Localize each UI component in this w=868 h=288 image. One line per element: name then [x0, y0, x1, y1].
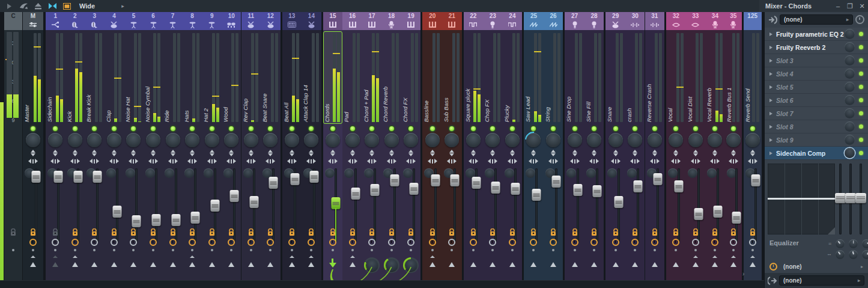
track-header[interactable]: 12 [261, 12, 281, 30]
keylock-icon[interactable] [750, 228, 756, 236]
mixer-track-22[interactable]: 22 Square pluck [464, 12, 484, 280]
pan-knob[interactable] [505, 133, 520, 147]
fader-handle[interactable] [112, 206, 121, 218]
maximize-button[interactable]: ❐ [844, 2, 856, 10]
keylock-icon[interactable] [572, 228, 578, 236]
pan-knob[interactable] [745, 133, 760, 147]
pan-control[interactable] [387, 159, 396, 164]
slot-expand-arrow[interactable] [769, 72, 772, 76]
peak-meter[interactable]: Bassline [423, 32, 442, 123]
fader-handle[interactable] [511, 183, 520, 195]
pan-control[interactable] [266, 159, 275, 164]
mixer-track-30[interactable]: 30 crash [625, 12, 645, 280]
mixer-track-15[interactable]: 15 Chords [323, 12, 343, 280]
stereo-separation-control[interactable] [633, 150, 637, 156]
input-gain-knob[interactable] [165, 168, 174, 178]
clock-icon[interactable] [550, 239, 557, 246]
mixer-track-2[interactable]: 2 Kick [65, 12, 85, 280]
mute-led[interactable] [592, 126, 596, 131]
mixer-track-19[interactable]: 19 Chord FX [401, 12, 421, 280]
clock-icon[interactable] [368, 239, 375, 246]
fader-handle[interactable] [472, 177, 481, 189]
keylock-icon[interactable] [330, 228, 336, 236]
pan-control[interactable] [630, 159, 640, 164]
plugin-slot-2[interactable]: Fruity Reeverb 2 [765, 41, 868, 54]
pan-control[interactable] [109, 159, 119, 164]
eq-knob-freq-3[interactable] [862, 250, 868, 259]
fader-handle[interactable] [290, 173, 299, 185]
fader-handle[interactable] [32, 171, 41, 183]
track-header[interactable]: 29 [605, 12, 625, 30]
track-header[interactable]: 25 [524, 12, 544, 30]
stereo-separation-control[interactable] [309, 150, 314, 156]
slot-mix-knob[interactable] [845, 121, 855, 132]
route-small-arrow[interactable] [350, 256, 355, 258]
mixer-track-14[interactable]: 14 Attack Clap 14 [302, 12, 321, 280]
track-header[interactable]: 15 [323, 12, 343, 30]
peak-meter[interactable]: Chord + Pad [363, 32, 381, 123]
fader-handle[interactable] [732, 212, 741, 224]
swoosh-icon[interactable] [19, 2, 28, 10]
eq-band-slider-mid[interactable] [848, 164, 853, 234]
peak-meter[interactable]: Plucky [503, 32, 522, 123]
slot-enable-led[interactable] [859, 124, 863, 129]
plugin-slot-9[interactable]: Slot 9 [765, 133, 868, 147]
mixer-track-6[interactable]: 6 Noise Cymbal [144, 12, 163, 280]
eq-resize-corner[interactable] [828, 227, 835, 234]
fader-handle[interactable] [410, 183, 419, 195]
keylock-icon[interactable] [72, 228, 78, 236]
stereo-separation-control[interactable] [290, 150, 294, 156]
peak-meter[interactable]: Noise Hat [124, 32, 143, 123]
pan-control[interactable] [748, 159, 757, 164]
slot-expand-arrow[interactable] [769, 85, 772, 89]
stereo-separation-control[interactable] [531, 150, 536, 156]
route-to-track-arrow[interactable] [189, 262, 195, 267]
plugin-slot-6[interactable]: Slot 6 [765, 94, 868, 107]
pan-control[interactable] [691, 159, 700, 164]
mixer-track-7[interactable]: 7 Ride [163, 12, 183, 280]
fader-handle[interactable] [269, 177, 278, 189]
clock-icon[interactable] [749, 239, 756, 246]
clock-icon[interactable] [130, 239, 137, 246]
scroll-right-arrow[interactable]: › [742, 271, 744, 277]
peak-meter[interactable]: Sidechain [46, 32, 65, 123]
route-to-track-arrow[interactable] [52, 262, 58, 267]
mixer-track-25[interactable]: 25 Saw Lead [524, 12, 544, 280]
track-header[interactable]: 33 [686, 12, 706, 30]
clock-icon[interactable] [91, 239, 98, 246]
track-header[interactable]: 125 [744, 12, 762, 30]
peak-meter[interactable]: Sine Fill [585, 32, 604, 123]
keylock-icon[interactable] [289, 228, 295, 236]
stereo-separation-control[interactable] [572, 150, 577, 156]
track-header[interactable]: 2 [65, 12, 85, 30]
input-gain-knob[interactable] [403, 168, 413, 178]
peak-meter[interactable]: crash [626, 32, 645, 123]
peak-meter[interactable]: Square pluck [464, 32, 483, 123]
mixer-track-8[interactable]: 8 Hats [183, 12, 202, 280]
track-header[interactable]: 23 [483, 12, 503, 30]
mute-led[interactable] [31, 126, 35, 131]
fader-handle[interactable] [73, 171, 82, 183]
fader-handle[interactable] [371, 184, 380, 196]
mute-led[interactable] [449, 126, 454, 131]
clock-icon[interactable] [711, 239, 718, 246]
track-header[interactable]: 26 [544, 12, 563, 30]
route-small-arrow[interactable] [693, 256, 698, 258]
slot-mix-knob[interactable] [845, 148, 855, 158]
stereo-separation-control[interactable] [449, 150, 454, 156]
track-header[interactable]: 14 [302, 12, 321, 30]
peak-meter[interactable]: Chord Reverb [382, 32, 401, 123]
collapse-arrow-icon[interactable] [5, 2, 13, 10]
keylock-icon[interactable] [730, 228, 736, 236]
mute-led[interactable] [268, 126, 273, 131]
keylock-icon[interactable] [308, 228, 314, 236]
midi-clock-icon[interactable] [769, 263, 777, 271]
route-to-track-arrow[interactable] [289, 262, 295, 267]
clock-icon[interactable] [52, 239, 59, 246]
route-small-arrow[interactable] [190, 256, 195, 258]
stereo-separation-control[interactable] [268, 150, 273, 156]
track-header[interactable]: 21 [442, 12, 462, 30]
keylock-icon[interactable] [449, 228, 455, 236]
fader-handle[interactable] [249, 196, 258, 208]
pan-knob[interactable] [224, 133, 238, 147]
